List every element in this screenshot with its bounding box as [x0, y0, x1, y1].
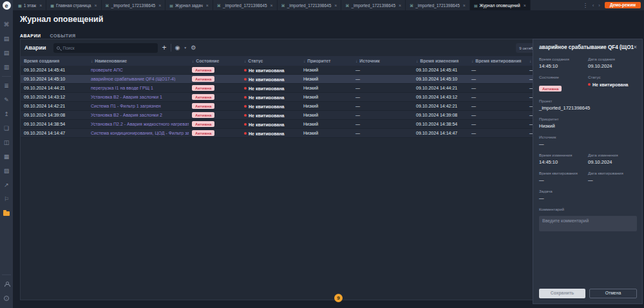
- pen-icon[interactable]: ✎: [0, 93, 13, 107]
- column-label: Время создания: [24, 59, 59, 63]
- tab-strip: ▦1 этаж×▦Главная страница×⌘_imported_172…: [14, 0, 531, 10]
- column-header[interactable]: ↓Время квитирования: [468, 59, 526, 63]
- column-header[interactable]: Время создания: [21, 59, 88, 63]
- close-tab-icon[interactable]: ×: [158, 3, 161, 8]
- chevron-down-icon[interactable]: ▼: [184, 46, 187, 50]
- settings-icon[interactable]: ⚙: [191, 45, 196, 51]
- status-dot-icon: [244, 114, 247, 117]
- status-text: Не квитирована: [249, 113, 285, 117]
- column-header[interactable]: ↓Наименование: [88, 59, 189, 63]
- alarm-name-link[interactable]: Установка В2 - Авария заслонки 2: [88, 113, 189, 117]
- tab[interactable]: ▤Журнал оповещений×: [470, 0, 531, 10]
- created-cell: 09.10.2024 14:42:21: [21, 104, 88, 108]
- alarm-name-link[interactable]: аварийное срабатывание QF4 (ЩО17-4): [88, 77, 189, 81]
- sort-icon[interactable]: ↓: [416, 59, 418, 63]
- column-header[interactable]: ↓Источник: [352, 59, 413, 63]
- close-tab-icon[interactable]: ×: [39, 3, 42, 8]
- ack-cell: —: [468, 122, 526, 126]
- alarm-name-link[interactable]: Установка П2.2 - Авария жидкостного нагр…: [88, 122, 189, 126]
- trend-chart-icon[interactable]: ↗: [0, 178, 13, 192]
- cancel-button[interactable]: Отмена: [589, 289, 637, 298]
- add-button[interactable]: +: [162, 44, 166, 52]
- tab[interactable]: ⌘_imported_1721398645×: [406, 0, 470, 10]
- journal-icon[interactable]: ▤: [0, 32, 13, 46]
- floor-plan-icon: ▦: [50, 3, 54, 8]
- clipboard-icon[interactable]: ▥: [0, 60, 13, 74]
- ack-cell: —: [468, 131, 526, 135]
- alarm-name-link[interactable]: Установка В2 - Авария заслонки 1: [88, 95, 189, 99]
- sort-icon[interactable]: ↓: [303, 59, 305, 63]
- sort-icon[interactable]: ↓: [91, 59, 93, 63]
- tab[interactable]: ⌘_imported_1721398645×: [278, 0, 342, 10]
- project-tree-icon: ⌘: [410, 3, 413, 8]
- alarm-name-link[interactable]: Система П1 - Фильтр 1 загрязнен: [88, 104, 189, 108]
- column-header[interactable]: ↓Статус: [241, 59, 300, 63]
- status-dot-icon: [244, 69, 247, 72]
- modified-cell: 09.10.2024 14:38:54: [413, 122, 468, 126]
- close-tab-icon[interactable]: ×: [270, 3, 273, 8]
- search-input[interactable]: [62, 46, 155, 50]
- alarm-count-badge[interactable]: 9: [334, 294, 343, 302]
- project-tree-icon[interactable]: ⌘: [0, 17, 13, 32]
- chevron-left-icon[interactable]: ‹: [592, 3, 594, 8]
- tab[interactable]: ▤Журнал задач×: [166, 0, 213, 10]
- journal-icon: ▤: [474, 3, 478, 8]
- server-icon[interactable]: ≣: [0, 79, 13, 93]
- glyph: ▤: [4, 50, 10, 56]
- alarm-name-link[interactable]: перегрузка I1 на вводе ГРЩ 1: [88, 86, 189, 90]
- status-cell: Не квитирована: [241, 86, 300, 91]
- save-button[interactable]: Сохранить: [539, 289, 585, 298]
- tab[interactable]: ⌘_imported_1721398645×: [102, 0, 166, 10]
- tab[interactable]: ⌘_imported_1721398645×: [213, 0, 278, 10]
- alarm-name-link[interactable]: Система кондиционирования, ЦОД - Фильтр …: [88, 131, 189, 135]
- ack-cell: —: [468, 86, 526, 90]
- info-icon[interactable]: i: [0, 291, 13, 305]
- status-text: Не квитирована: [249, 122, 285, 126]
- archive-icon[interactable]: ◫: [0, 135, 13, 149]
- tab[interactable]: ▦1 этаж×: [14, 0, 46, 10]
- acknowledge-filter-icon[interactable]: ◉: [175, 45, 180, 51]
- pattern-icon[interactable]: ▨: [0, 164, 13, 178]
- search-field[interactable]: [53, 43, 158, 53]
- close-tab-icon[interactable]: ×: [206, 3, 209, 8]
- field-label: Время изменения: [539, 153, 588, 157]
- column-header[interactable]: ↓Время изменения: [413, 59, 468, 63]
- kebab-menu-icon[interactable]: ⋮: [583, 3, 588, 8]
- sort-icon[interactable]: ↓: [192, 59, 194, 63]
- source-cell: —: [352, 95, 413, 99]
- app-logo-icon[interactable]: e: [3, 1, 11, 10]
- column-header[interactable]: ↓Состояние: [189, 59, 241, 63]
- close-tab-icon[interactable]: ×: [334, 3, 337, 8]
- close-tab-icon[interactable]: ×: [463, 3, 466, 8]
- glyph: ↗: [4, 182, 9, 188]
- tab[interactable]: ▦Главная страница×: [46, 0, 101, 10]
- close-tab-icon[interactable]: ×: [524, 3, 526, 8]
- close-tab-icon[interactable]: ×: [399, 3, 401, 8]
- layers-icon[interactable]: ❏: [0, 121, 13, 135]
- close-icon[interactable]: ×: [634, 44, 637, 50]
- created-cell: 09.10.2024 14:43:12: [21, 95, 88, 99]
- project-tree-icon: ⌘: [345, 3, 349, 8]
- column-label: Наименование: [95, 59, 127, 63]
- tab[interactable]: ⌘_imported_1721398645×: [341, 0, 406, 10]
- chevron-right-icon[interactable]: ›: [598, 3, 600, 8]
- demo-mode-button[interactable]: Демо-режим: [605, 2, 641, 9]
- close-tab-icon[interactable]: ×: [94, 3, 97, 8]
- field-label: Источник: [539, 135, 637, 139]
- alarm-name-link[interactable]: проверьте АПС: [88, 68, 189, 72]
- sort-icon[interactable]: ↓: [244, 59, 246, 63]
- created-cell: 09.10.2024 14:39:08: [21, 113, 88, 117]
- state-cell: Активна: [189, 121, 241, 127]
- upload-icon[interactable]: ↥: [0, 107, 13, 121]
- sort-icon[interactable]: ↓: [529, 59, 531, 63]
- folder-icon[interactable]: [0, 206, 13, 220]
- comment-input[interactable]: [539, 216, 637, 231]
- column-header[interactable]: ↓Приоритет: [300, 59, 352, 63]
- sort-icon[interactable]: ↓: [471, 59, 473, 63]
- user-icon[interactable]: [0, 277, 13, 291]
- column-label: Приоритет: [307, 59, 330, 63]
- grid-icon[interactable]: ▦: [0, 149, 13, 164]
- tag-icon[interactable]: ⚐: [0, 192, 13, 206]
- report-icon[interactable]: ▤: [0, 46, 13, 60]
- sort-icon[interactable]: ↓: [355, 59, 357, 63]
